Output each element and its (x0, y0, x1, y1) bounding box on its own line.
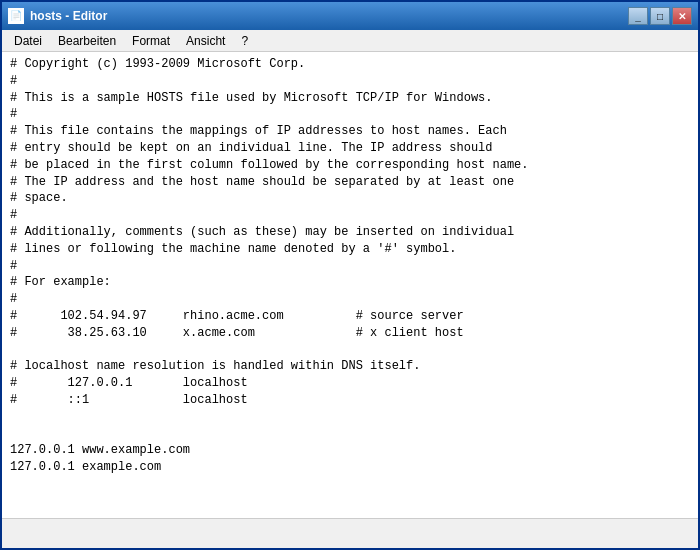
menu-format[interactable]: Format (124, 32, 178, 50)
close-button[interactable]: ✕ (672, 7, 692, 25)
title-bar: 📄 hosts - Editor _ □ ✕ (2, 2, 698, 30)
menu-datei[interactable]: Datei (6, 32, 50, 50)
code-display: # Copyright (c) 1993-2009 Microsoft Corp… (10, 56, 690, 476)
window-title: hosts - Editor (30, 9, 107, 23)
menu-help[interactable]: ? (233, 32, 256, 50)
title-buttons: _ □ ✕ (628, 7, 692, 25)
minimize-button[interactable]: _ (628, 7, 648, 25)
editor-content[interactable]: # Copyright (c) 1993-2009 Microsoft Corp… (2, 52, 698, 518)
menu-ansicht[interactable]: Ansicht (178, 32, 233, 50)
title-bar-left: 📄 hosts - Editor (8, 8, 107, 24)
menu-bearbeiten[interactable]: Bearbeiten (50, 32, 124, 50)
menu-bar: Datei Bearbeiten Format Ansicht ? (2, 30, 698, 52)
status-bar (2, 518, 698, 548)
maximize-button[interactable]: □ (650, 7, 670, 25)
main-window: 📄 hosts - Editor _ □ ✕ Datei Bearbeiten … (0, 0, 700, 550)
window-icon: 📄 (8, 8, 24, 24)
